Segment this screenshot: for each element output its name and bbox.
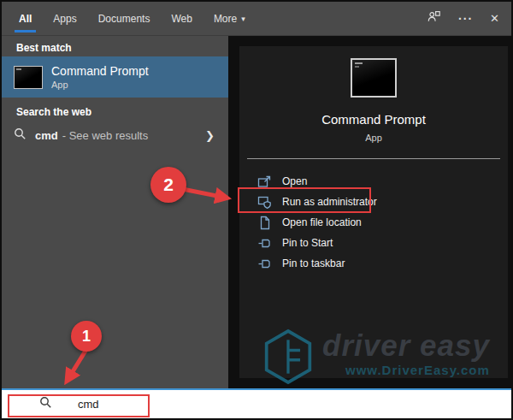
open-icon (257, 175, 272, 189)
more-options-icon[interactable]: ··· (458, 15, 473, 23)
pin-icon (257, 257, 272, 271)
best-match-title: Command Prompt (51, 64, 149, 79)
action-pin-to-start[interactable]: Pin to Start (239, 233, 508, 253)
pin-icon (257, 236, 272, 251)
tab-apps[interactable]: Apps (53, 2, 76, 35)
action-open-file-location-label: Open file location (282, 216, 362, 228)
command-prompt-icon (14, 66, 43, 89)
tab-web-label: Web (171, 13, 192, 25)
feedback-icon[interactable] (427, 9, 441, 27)
best-match-result-command-prompt[interactable]: Command Prompt App (2, 56, 228, 98)
topbar-icon-group: ··· ✕ (427, 2, 499, 35)
tab-all[interactable]: All (19, 2, 32, 35)
detail-app-subtitle: App (239, 133, 508, 143)
chevron-right-icon[interactable]: ❯ (205, 129, 215, 142)
best-match-subtitle: App (51, 79, 149, 91)
windows-search-flyout: All Apps Documents Web More ▾ (0, 0, 513, 420)
tab-web[interactable]: Web (171, 2, 192, 35)
action-open-file-location[interactable]: Open file location (239, 212, 508, 233)
action-run-as-administrator[interactable]: Run as administrator (239, 192, 508, 212)
close-icon[interactable]: ✕ (490, 12, 499, 25)
tab-more-label: More (214, 13, 237, 25)
tab-documents-label: Documents (98, 13, 150, 25)
web-result-row[interactable]: cmd - See web results ❯ (2, 121, 228, 149)
search-icon (14, 127, 27, 144)
tab-apps-label: Apps (53, 13, 76, 25)
action-open[interactable]: Open (239, 171, 508, 192)
search-input[interactable] (78, 398, 334, 411)
detail-app-title: Command Prompt (239, 112, 508, 127)
action-open-label: Open (282, 175, 307, 187)
action-pin-to-taskbar-label: Pin to taskbar (282, 257, 345, 269)
command-prompt-icon-large (351, 58, 397, 98)
tab-bar: All Apps Documents Web More ▾ (2, 2, 245, 35)
results-panel: Best match Command Prompt App Search the… (2, 36, 228, 388)
taskbar-search-bar[interactable] (2, 388, 511, 418)
web-query-text: cmd (35, 129, 58, 142)
admin-shield-icon (257, 195, 272, 210)
action-run-as-administrator-label: Run as administrator (282, 196, 377, 208)
divider (247, 158, 500, 159)
best-match-header: Best match (16, 42, 72, 54)
chevron-down-icon: ▾ (241, 15, 245, 23)
action-pin-to-taskbar[interactable]: Pin to taskbar (239, 253, 508, 274)
detail-panel-inner: Command Prompt App Open Run as adm (239, 46, 508, 378)
action-pin-to-start-label: Pin to Start (282, 237, 333, 249)
detail-panel: Command Prompt App Open Run as adm (228, 36, 511, 388)
tab-selected-underline (15, 30, 36, 33)
web-suffix-text: - See web results (62, 129, 148, 142)
action-list: Open Run as administrator Open file loca… (239, 171, 508, 274)
tab-documents[interactable]: Documents (98, 2, 150, 35)
tab-more[interactable]: More ▾ (214, 2, 245, 35)
file-location-icon (257, 216, 272, 230)
search-icon (39, 396, 52, 412)
search-web-header: Search the web (16, 106, 91, 118)
best-match-text: Command Prompt App (51, 64, 149, 91)
tab-all-label: All (19, 13, 32, 25)
search-topbar: All Apps Documents Web More ▾ (2, 2, 511, 36)
